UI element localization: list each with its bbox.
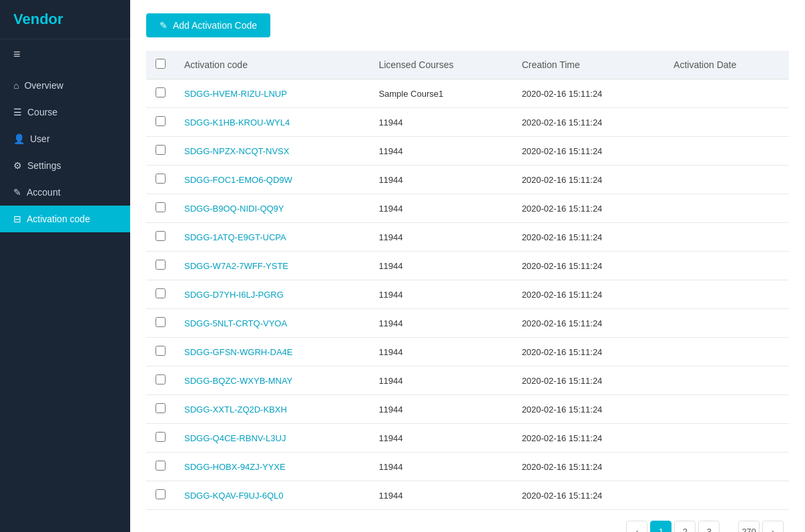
row-courses: Sample Course1 [369, 79, 512, 108]
row-checkbox-8[interactable] [156, 317, 166, 327]
row-activated [664, 252, 789, 280]
course-icon: ☰ [13, 107, 22, 117]
row-activated [664, 309, 789, 338]
row-activated [664, 223, 789, 252]
header-licensed-courses: Licensed Courses [369, 51, 512, 79]
row-checkbox-cell [146, 108, 175, 137]
main-content: ✎ Add Activation Code Activation code Li… [130, 0, 805, 532]
row-checkbox-11[interactable] [156, 403, 166, 413]
row-created: 2020-02-16 15:11:24 [513, 453, 664, 481]
row-created: 2020-02-16 15:11:24 [513, 252, 664, 280]
table-row: SDGG-XXTL-ZQ2D-KBXH 11944 2020-02-16 15:… [146, 395, 789, 424]
row-checkbox-0[interactable] [156, 87, 166, 97]
table-row: SDGG-W7A2-7WFF-YSTE 11944 2020-02-16 15:… [146, 252, 789, 280]
select-all-checkbox[interactable] [156, 59, 166, 69]
row-code: SDGG-XXTL-ZQ2D-KBXH [175, 395, 369, 424]
row-activated [664, 395, 789, 424]
row-courses: 11944 [369, 194, 512, 223]
row-checkbox-cell [146, 424, 175, 453]
row-checkbox-cell [146, 79, 175, 108]
row-checkbox-10[interactable] [156, 374, 166, 384]
row-courses: 11944 [369, 309, 512, 338]
pagination-page-3[interactable]: 3 [698, 521, 720, 532]
row-activated [664, 166, 789, 194]
row-code: SDGG-B9OQ-NIDI-QQ9Y [175, 194, 369, 223]
row-checkbox-cell [146, 453, 175, 481]
row-created: 2020-02-16 15:11:24 [513, 481, 664, 510]
row-checkbox-6[interactable] [156, 260, 166, 270]
sidebar-item-course[interactable]: ☰Course [0, 99, 130, 125]
row-created: 2020-02-16 15:11:24 [513, 137, 664, 166]
row-courses: 11944 [369, 481, 512, 510]
sidebar-item-activation-code[interactable]: ⊟Activation code [0, 206, 130, 232]
sidebar-item-label: Course [27, 107, 57, 117]
row-courses: 11944 [369, 395, 512, 424]
row-code: SDGG-5NLT-CRTQ-VYOA [175, 309, 369, 338]
sidebar-item-label: Settings [27, 160, 61, 171]
row-created: 2020-02-16 15:11:24 [513, 366, 664, 395]
table-row: SDGG-NPZX-NCQT-NVSX 11944 2020-02-16 15:… [146, 137, 789, 166]
header-activation-date: Activation Date [664, 51, 789, 79]
row-checkbox-cell [146, 280, 175, 309]
pagination-next[interactable]: › [762, 521, 784, 532]
row-checkbox-14[interactable] [156, 489, 166, 499]
row-code: SDGG-KQAV-F9UJ-6QL0 [175, 481, 369, 510]
row-checkbox-cell [146, 309, 175, 338]
add-activation-code-button[interactable]: ✎ Add Activation Code [146, 13, 270, 37]
sidebar-item-overview[interactable]: ⌂Overview [0, 72, 130, 99]
row-checkbox-7[interactable] [156, 288, 166, 298]
row-courses: 11944 [369, 453, 512, 481]
row-checkbox-cell [146, 252, 175, 280]
row-courses: 11944 [369, 252, 512, 280]
account-icon: ✎ [13, 187, 21, 198]
row-created: 2020-02-16 15:11:24 [513, 166, 664, 194]
row-checkbox-cell [146, 481, 175, 510]
table-row: SDGG-FOC1-EMO6-QD9W 11944 2020-02-16 15:… [146, 166, 789, 194]
table-row: SDGG-D7YH-I6LJ-PGRG 11944 2020-02-16 15:… [146, 280, 789, 309]
sidebar-item-settings[interactable]: ⚙Settings [0, 152, 130, 179]
row-checkbox-9[interactable] [156, 346, 166, 356]
row-checkbox-3[interactable] [156, 174, 166, 184]
sidebar-item-user[interactable]: 👤User [0, 125, 130, 152]
sidebar: Vendor ≡ ⌂Overview☰Course👤User⚙Settings✎… [0, 0, 130, 532]
row-code: SDGG-HOBX-94ZJ-YYXE [175, 453, 369, 481]
row-activated [664, 108, 789, 137]
table-row: SDGG-B9OQ-NIDI-QQ9Y 11944 2020-02-16 15:… [146, 194, 789, 223]
row-created: 2020-02-16 15:11:24 [513, 223, 664, 252]
hamburger-icon[interactable]: ≡ [0, 39, 130, 69]
pagination-last-page[interactable]: 270 [738, 521, 760, 532]
row-activated [664, 137, 789, 166]
sidebar-brand: Vendor [0, 0, 130, 39]
pagination: ‹123...270› [146, 510, 789, 532]
row-activated [664, 338, 789, 366]
pagination-page-1[interactable]: 1 [650, 521, 672, 532]
sidebar-item-label: User [30, 134, 50, 144]
row-courses: 11944 [369, 108, 512, 137]
row-checkbox-13[interactable] [156, 461, 166, 471]
pagination-dots: ... [722, 526, 736, 532]
sidebar-item-label: Account [27, 187, 61, 198]
row-checkbox-12[interactable] [156, 432, 166, 442]
row-checkbox-cell [146, 166, 175, 194]
row-courses: 11944 [369, 137, 512, 166]
row-checkbox-5[interactable] [156, 231, 166, 241]
row-code: SDGG-HVEM-RIZU-LNUP [175, 79, 369, 108]
row-created: 2020-02-16 15:11:24 [513, 338, 664, 366]
row-courses: 11944 [369, 424, 512, 453]
row-checkbox-1[interactable] [156, 116, 166, 126]
row-code: SDGG-Q4CE-RBNV-L3UJ [175, 424, 369, 453]
row-checkbox-4[interactable] [156, 202, 166, 212]
table-row: SDGG-1ATQ-E9GT-UCPA 11944 2020-02-16 15:… [146, 223, 789, 252]
row-code: SDGG-BQZC-WXYB-MNAY [175, 366, 369, 395]
row-code: SDGG-GFSN-WGRH-DA4E [175, 338, 369, 366]
row-activated [664, 453, 789, 481]
pagination-prev[interactable]: ‹ [626, 521, 647, 532]
row-checkbox-cell [146, 223, 175, 252]
row-checkbox-2[interactable] [156, 145, 166, 155]
sidebar-item-account[interactable]: ✎Account [0, 179, 130, 206]
row-created: 2020-02-16 15:11:24 [513, 309, 664, 338]
pagination-page-2[interactable]: 2 [674, 521, 696, 532]
row-created: 2020-02-16 15:11:24 [513, 108, 664, 137]
header-activation-code: Activation code [175, 51, 369, 79]
sidebar-item-label: Activation code [27, 214, 90, 224]
